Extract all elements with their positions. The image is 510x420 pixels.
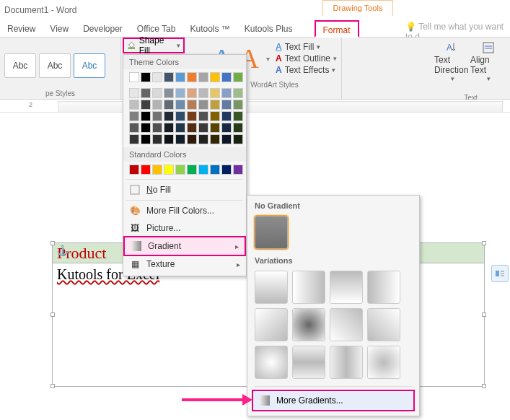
gradient-variation[interactable]: [292, 346, 325, 379]
color-swatch[interactable]: [187, 165, 197, 175]
resize-handle[interactable]: [50, 241, 55, 245]
color-swatch[interactable]: [175, 134, 185, 144]
gradient-variation[interactable]: [367, 271, 400, 304]
gradient-variation[interactable]: [367, 308, 400, 341]
color-swatch[interactable]: [210, 111, 220, 121]
resize-handle[interactable]: [50, 384, 55, 388]
color-swatch[interactable]: [152, 88, 162, 98]
color-swatch[interactable]: [210, 72, 220, 82]
gradient-fill-item[interactable]: Gradient ▸: [123, 236, 246, 256]
gradient-variation[interactable]: [292, 308, 325, 341]
color-swatch[interactable]: [187, 100, 197, 110]
color-swatch[interactable]: [129, 123, 139, 133]
color-swatch[interactable]: [221, 100, 232, 110]
shape-style-preset[interactable]: Abc: [74, 53, 105, 78]
color-swatch[interactable]: [198, 88, 208, 98]
color-swatch[interactable]: [210, 100, 220, 110]
color-swatch[interactable]: [210, 123, 220, 133]
resize-handle[interactable]: [50, 312, 55, 317]
color-swatch[interactable]: [164, 123, 174, 133]
color-swatch[interactable]: [152, 123, 162, 133]
color-swatch[interactable]: [164, 165, 174, 175]
color-swatch[interactable]: [187, 72, 197, 82]
shape-style-preset[interactable]: Abc: [4, 53, 36, 78]
text-fill-button[interactable]: AText Fill▾: [276, 42, 337, 52]
gradient-variation[interactable]: [255, 271, 288, 304]
color-swatch[interactable]: [198, 100, 208, 110]
color-swatch[interactable]: [198, 72, 208, 82]
color-swatch[interactable]: [164, 100, 174, 110]
color-swatch[interactable]: [164, 111, 174, 121]
gradient-variation[interactable]: [255, 346, 288, 379]
color-swatch[interactable]: [152, 100, 162, 110]
color-swatch[interactable]: [175, 165, 185, 175]
color-swatch[interactable]: [175, 123, 185, 133]
color-swatch[interactable]: [210, 88, 220, 98]
color-swatch[interactable]: [233, 134, 243, 144]
text-direction-button[interactable]: A Text Direction▾: [434, 40, 470, 82]
color-swatch[interactable]: [141, 123, 151, 133]
gradient-variation[interactable]: [367, 346, 400, 379]
color-swatch[interactable]: [164, 72, 174, 82]
gradient-variation[interactable]: [330, 308, 363, 341]
color-swatch[interactable]: [221, 72, 232, 82]
gradient-variation[interactable]: [330, 271, 363, 304]
gallery-more-icon[interactable]: ▾: [266, 55, 270, 63]
no-fill-item[interactable]: No Fill: [123, 181, 246, 198]
color-swatch[interactable]: [187, 123, 197, 133]
color-swatch[interactable]: [210, 165, 220, 175]
color-swatch[interactable]: [152, 111, 162, 121]
tab-office-tab[interactable]: Office Tab: [130, 20, 183, 38]
text-outline-button[interactable]: AText Outline▾: [276, 53, 337, 64]
shape-fill-button[interactable]: Shape Fill ▾: [123, 38, 185, 53]
color-swatch[interactable]: [152, 72, 162, 82]
color-swatch[interactable]: [221, 165, 232, 175]
color-swatch[interactable]: [164, 134, 174, 144]
color-swatch[interactable]: [141, 100, 151, 110]
color-swatch[interactable]: [233, 88, 243, 98]
gradient-variation[interactable]: [330, 346, 363, 379]
picture-fill-item[interactable]: 🖼 Picture...: [123, 219, 246, 237]
tab-developer[interactable]: Developer: [76, 20, 130, 38]
tab-kutools-plus[interactable]: Kutools Plus: [237, 20, 300, 38]
color-swatch[interactable]: [233, 100, 243, 110]
color-swatch[interactable]: [233, 165, 243, 175]
color-swatch[interactable]: [141, 72, 151, 82]
color-swatch[interactable]: [187, 111, 197, 121]
resize-handle[interactable]: [482, 384, 486, 388]
layout-options-button[interactable]: [491, 265, 509, 282]
color-swatch[interactable]: [187, 134, 197, 144]
color-swatch[interactable]: [221, 111, 232, 121]
color-swatch[interactable]: [141, 111, 151, 121]
align-text-button[interactable]: Align Text▾: [470, 40, 506, 82]
color-swatch[interactable]: [198, 123, 208, 133]
color-swatch[interactable]: [233, 111, 243, 121]
resize-handle[interactable]: [482, 241, 486, 245]
color-swatch[interactable]: [175, 72, 185, 82]
more-fill-colors-item[interactable]: 🎨 More Fill Colors...: [123, 202, 246, 219]
color-swatch[interactable]: [141, 134, 151, 144]
color-swatch[interactable]: [198, 165, 208, 175]
horizontal-ruler[interactable]: 2: [0, 100, 510, 113]
color-swatch[interactable]: [152, 134, 162, 144]
tab-review[interactable]: Review: [0, 20, 43, 38]
more-gradients-item[interactable]: More Gradients...: [252, 390, 415, 411]
color-swatch[interactable]: [221, 123, 232, 133]
color-swatch[interactable]: [221, 134, 232, 144]
color-swatch[interactable]: [129, 100, 139, 110]
color-swatch[interactable]: [129, 134, 139, 144]
tab-kutools[interactable]: Kutools ™: [183, 20, 237, 38]
text-effects-button[interactable]: AText Effects▾: [276, 65, 337, 75]
color-swatch[interactable]: [175, 88, 185, 98]
texture-fill-item[interactable]: ▦ Texture ▸: [123, 255, 246, 273]
color-swatch[interactable]: [141, 88, 151, 98]
color-swatch[interactable]: [198, 134, 208, 144]
color-swatch[interactable]: [129, 165, 139, 175]
color-swatch[interactable]: [187, 88, 197, 98]
color-swatch[interactable]: [129, 88, 139, 98]
color-swatch[interactable]: [152, 165, 162, 175]
tab-view[interactable]: View: [43, 20, 76, 38]
color-swatch[interactable]: [233, 123, 243, 133]
color-swatch[interactable]: [175, 111, 185, 121]
gradient-variation[interactable]: [255, 308, 288, 341]
